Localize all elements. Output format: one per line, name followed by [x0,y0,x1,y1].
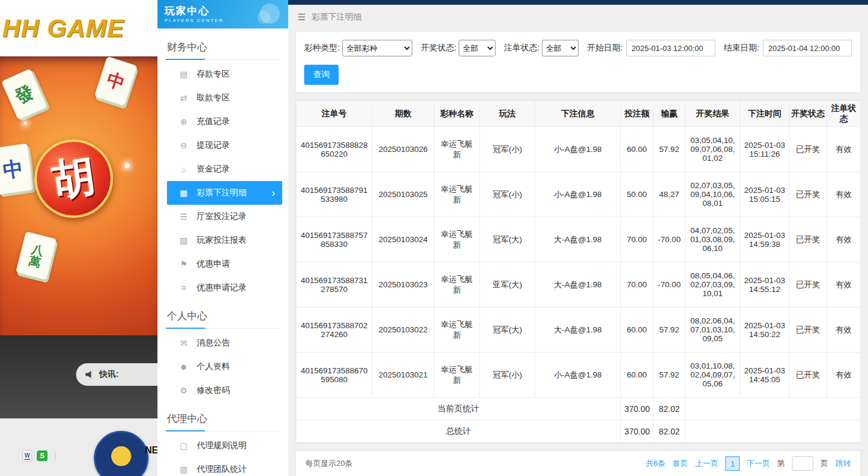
sidebar-item-deposit[interactable]: ▤存款专区 [167,62,282,86]
table-cell: 幸运飞艇新 [434,353,480,398]
table-cell: 03,01,10,08,02,04,09,07,05,06 [686,353,740,398]
sidebar-item-cashout[interactable]: ⊖提现记录 [167,134,282,157]
promo-image: 發 中 中 八 萬 胡 [0,56,157,335]
table-cell: 08,02,06,04,07,01,03,10,09,05 [686,307,740,353]
top-navy-bar [288,0,868,5]
sidebar-item-recharge[interactable]: ⊕充值记录 [167,110,282,134]
report-icon: ▧ [179,236,188,245]
jump-page-input[interactable] [792,456,813,471]
pagination-controls: 共6条 首页 上一页 1 下一页 第 页 跳转 [646,456,851,471]
sidebar-item-stats[interactable]: ▥代理团队统计 [167,458,282,476]
sogou-icon[interactable] [37,450,48,461]
desktop-icons [23,450,59,462]
sidebar-header: 玩家中心 PLAYERS CENTER [157,0,288,28]
query-button[interactable]: 查询 [304,65,339,85]
table-row: 40156917358882865022020250103026幸运飞艇新冠军(… [296,127,861,172]
table-cell: 60.00 [621,307,654,353]
table-row: 40156917358867059508020250103021幸运飞艇新冠军(… [296,353,861,398]
gamepad-icon [256,2,282,26]
table-cell: 大-A盘@1.98 [535,217,621,262]
summary-empty [686,420,861,443]
filter-panel: 彩种类型: 全部彩种 开奖状态: 全部 注单状态: 全部 开始日期: 结束日期:… [295,31,861,93]
sidebar-item-label: 优惠申请记录 [197,283,247,293]
bet-status-select[interactable]: 全部 [542,40,579,56]
lottery-type-label: 彩种类型: [304,43,340,53]
start-date-input[interactable] [626,40,715,56]
summary-bet-total: 370.00 [621,420,654,443]
draw-status-select[interactable]: 全部 [459,40,495,56]
lottery-icon: ▦ [179,188,188,198]
sidebar-menu: 财务中心▤存款专区⇄取款专区⊕充值记录⊖提现记录⌂资金记录▦彩票下注明细›☰厅室… [157,28,288,476]
table-cell: 401569173588702274260 [296,307,373,353]
word-doc-icon[interactable] [23,450,32,462]
table-cell: 冠军(小) [480,172,535,217]
sidebar-item-bell[interactable]: ✉消息公告 [167,331,282,355]
table-cell: 幸运飞艇新 [434,307,480,353]
jump-button[interactable]: 跳转 [835,458,851,469]
sidebar-item-gear[interactable]: ⚙修改密码 [167,379,282,402]
sidebar-item-funds[interactable]: ⌂资金记录 [167,157,282,181]
main-content: 彩票下注明细 彩种类型: 全部彩种 开奖状态: 全部 注单状态: 全部 开始日期… [288,0,868,476]
end-date-input[interactable] [763,40,852,56]
sidebar-item-lottery[interactable]: ▦彩票下注明细› [167,181,282,205]
table-cell: 小-A盘@1.98 [535,353,621,398]
current-page[interactable]: 1 [725,456,740,471]
sidebar-item-promo-record[interactable]: ≡优惠申请记录 [167,276,282,300]
column-header: 下注时间 [740,101,790,127]
cashout-icon: ⊖ [179,141,188,150]
table-cell: 20250103026 [373,127,434,172]
total-count: 共6条 [646,458,665,469]
lottery-type-select[interactable]: 全部彩种 [342,40,412,56]
table-cell: 有效 [827,262,861,307]
table-cell: 2025-01-03 15:11:26 [740,127,790,172]
deposit-icon: ▤ [179,69,188,79]
team-text: NE [145,445,157,456]
next-page-link[interactable]: 下一页 [747,458,770,469]
table-cell: 幸运飞艇新 [434,262,480,307]
table-cell: 50.00 [621,172,654,217]
table-cell: 57.92 [654,127,686,172]
sidebar-item-label: 代理规则说明 [197,440,247,451]
summary-winloss-total: 82.02 [654,420,686,443]
chevron-right-icon: › [272,188,275,198]
prev-page-link[interactable]: 上一页 [695,458,718,469]
promo-badge-char: 胡 [49,147,99,210]
sidebar-item-label: 彩票下注明细 [197,188,247,198]
sidebar: 玩家中心 PLAYERS CENTER 财务中心▤存款专区⇄取款专区⊕充值记录⊖… [157,0,288,476]
summary-empty [686,398,861,420]
bet-table-card: 注单号期数彩种名称玩法下注信息投注额输赢开奖结果下注时间开奖状态注单状态4015… [295,100,861,443]
summary-winloss-total: 82.02 [654,398,686,420]
sidebar-item-withdraw[interactable]: ⇄取款专区 [167,86,282,110]
table-cell: 已开奖 [790,172,827,217]
sidebar-item-doc[interactable]: ▢代理规则说明 [167,434,282,458]
table-row: 40156917358873127857020250103023幸运飞艇新亚军(… [296,262,861,307]
more-icon[interactable] [52,452,59,460]
table-cell: 48.27 [654,172,686,217]
sidebar-item-hall[interactable]: ☰厅室投注记录 [167,205,282,229]
table-cell: 08,05,04,06,02,07,03,09,10,01 [686,262,740,307]
table-cell: 20250103022 [373,307,434,353]
sidebar-item-promo[interactable]: ⚑优惠申请 [167,252,282,276]
table-cell: 冠军(大) [480,307,535,353]
table-cell: 2025-01-03 14:55:12 [740,262,790,307]
table-cell: 冠军(小) [480,353,535,398]
menu-toggle-icon[interactable] [298,12,305,23]
first-page-link[interactable]: 首页 [673,458,688,469]
sidebar-item-report[interactable]: ▧玩家投注报表 [167,229,282,252]
table-cell: 已开奖 [790,217,827,262]
column-header: 输赢 [654,101,686,127]
column-header: 下注信息 [535,101,621,127]
table-cell: 401569173588791533980 [296,172,373,217]
jump-prefix: 第 [777,458,785,469]
summary-bet-total: 370.00 [621,398,654,420]
page-size-text: 每页显示20条 [305,458,352,469]
table-cell: 70.00 [621,217,654,262]
table-cell: 20250103024 [373,217,434,262]
table-cell: 有效 [827,353,861,398]
sidebar-item-user[interactable]: ☻个人资料 [167,355,282,379]
table-cell: 02,07,03,05,09,04,10,06,08,01 [686,172,740,217]
table-cell: 70.00 [621,262,654,307]
table-cell: 冠军(小) [480,127,535,172]
table-cell: 60.00 [621,353,654,398]
summary-row: 总统计370.0082.02 [296,420,861,443]
